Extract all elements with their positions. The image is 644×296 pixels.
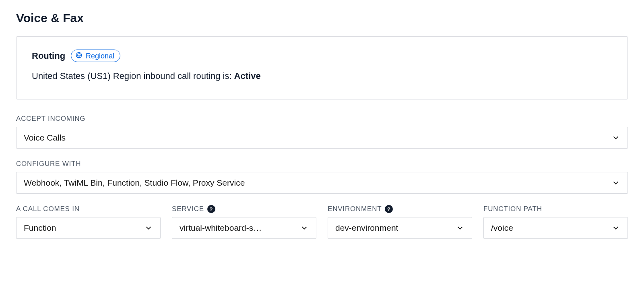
service-label: SERVICE — [172, 205, 204, 213]
service-value: virtual-whiteboard-s… — [180, 223, 262, 233]
routing-card: Routing Regional United States (US1) Reg… — [16, 36, 628, 99]
section-title: Voice & Fax — [16, 11, 628, 25]
globe-icon — [75, 52, 83, 60]
call-comes-in-value: Function — [24, 223, 56, 233]
regional-chip-label: Regional — [86, 52, 114, 60]
accept-incoming-field: ACCEPT INCOMING Voice Calls — [16, 115, 628, 149]
help-icon[interactable]: ? — [385, 205, 393, 213]
routing-status-prefix: United States (US1) Region inbound call … — [32, 71, 234, 81]
routing-status-value: Active — [234, 71, 261, 81]
chevron-down-icon — [611, 224, 620, 232]
accept-incoming-value: Voice Calls — [24, 133, 66, 143]
service-field: SERVICE ? virtual-whiteboard-s… — [172, 205, 316, 239]
environment-value: dev-environment — [335, 223, 398, 233]
routing-status: United States (US1) Region inbound call … — [32, 71, 612, 81]
accept-incoming-label: ACCEPT INCOMING — [16, 115, 628, 123]
accept-incoming-select[interactable]: Voice Calls — [16, 127, 628, 149]
function-path-label: FUNCTION PATH — [483, 205, 628, 213]
call-comes-in-field: A CALL COMES IN Function — [16, 205, 161, 239]
configure-with-select[interactable]: Webhook, TwiML Bin, Function, Studio Flo… — [16, 172, 628, 194]
function-path-value: /voice — [491, 223, 513, 233]
function-path-select[interactable]: /voice — [483, 217, 628, 239]
environment-select[interactable]: dev-environment — [328, 217, 472, 239]
regional-chip[interactable]: Regional — [71, 50, 120, 62]
help-icon[interactable]: ? — [207, 205, 215, 213]
function-path-field: FUNCTION PATH /voice — [483, 205, 628, 239]
chevron-down-icon — [144, 224, 153, 232]
service-select[interactable]: virtual-whiteboard-s… — [172, 217, 316, 239]
chevron-down-icon — [611, 133, 620, 142]
environment-label: ENVIRONMENT — [328, 205, 382, 213]
configure-with-label: CONFIGURE WITH — [16, 160, 628, 168]
routing-title: Routing — [32, 51, 65, 61]
environment-field: ENVIRONMENT ? dev-environment — [328, 205, 472, 239]
chevron-down-icon — [300, 224, 309, 232]
chevron-down-icon — [456, 224, 464, 232]
configure-with-value: Webhook, TwiML Bin, Function, Studio Flo… — [24, 178, 245, 188]
routing-header: Routing Regional — [32, 50, 612, 62]
chevron-down-icon — [611, 178, 620, 187]
call-comes-in-select[interactable]: Function — [16, 217, 161, 239]
configure-with-field: CONFIGURE WITH Webhook, TwiML Bin, Funct… — [16, 160, 628, 194]
call-comes-in-label: A CALL COMES IN — [16, 205, 161, 213]
